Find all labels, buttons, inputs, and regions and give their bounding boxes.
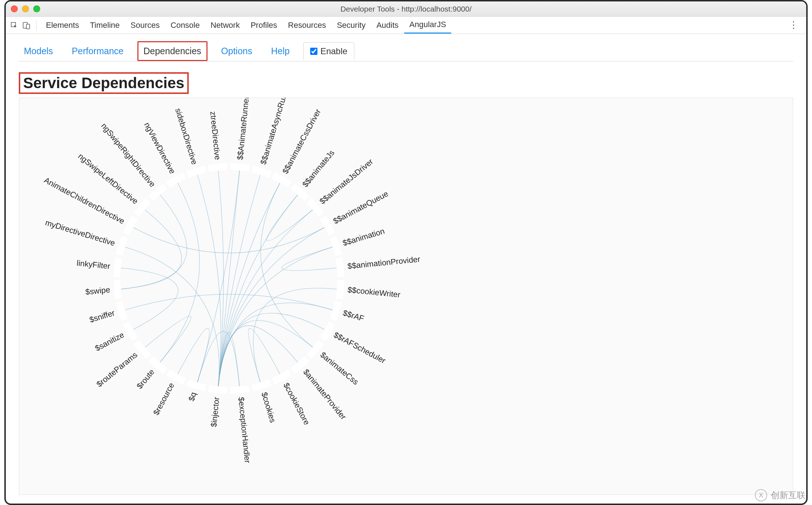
devtools-toolbar: ElementsTimelineSourcesConsoleNetworkPro… — [6, 17, 806, 34]
node-label: $$rAFScheduler — [332, 330, 387, 365]
devtools-window: Developer Tools - http://localhost:9000/… — [4, 0, 808, 505]
main-tab-sources[interactable]: Sources — [125, 17, 165, 34]
main-tab-resources[interactable]: Resources — [283, 17, 331, 34]
node-label: $cookies — [260, 391, 277, 424]
node-label: $$animateJs — [300, 148, 336, 189]
page-heading-wrap: Service Dependencies — [19, 72, 793, 94]
main-tab-timeline[interactable]: Timeline — [85, 17, 125, 34]
sub-tab-models[interactable]: Models — [19, 42, 58, 60]
node-label: $routeParams — [95, 350, 139, 389]
toolbar-separator — [36, 20, 37, 30]
panel-content: ModelsPerformanceDependenciesOptionsHelp… — [6, 34, 806, 495]
node-label: $animateCss — [319, 350, 360, 387]
node-label: $q — [187, 391, 198, 402]
main-tab-audits[interactable]: Audits — [371, 17, 403, 34]
dependency-graph-panel: $$AnimateRunner$$animateAsyncRun$$animat… — [19, 98, 793, 495]
main-tab-elements[interactable]: Elements — [41, 17, 84, 34]
watermark: X 创新互联 — [755, 489, 805, 501]
main-tab-angularjs[interactable]: AngularJS — [404, 17, 451, 34]
inspect-element-icon[interactable] — [9, 20, 20, 31]
node-label: $sanitize — [94, 330, 125, 353]
page-heading: Service Dependencies — [19, 72, 189, 94]
svg-rect-1 — [26, 24, 30, 29]
main-tab-console[interactable]: Console — [166, 17, 205, 34]
node-label: $$animationProvider — [347, 255, 420, 271]
node-label: $sniffer — [88, 308, 116, 324]
more-options-icon[interactable]: ⋮ — [784, 20, 803, 31]
sub-tab-dependencies[interactable]: Dependencies — [137, 41, 208, 61]
node-label: $cookieStore — [282, 381, 312, 426]
watermark-text: 创新互联 — [771, 489, 805, 501]
sub-tab-performance[interactable]: Performance — [67, 42, 129, 60]
dependency-chord-diagram: $$AnimateRunner$$animateAsyncRun$$animat… — [19, 98, 771, 495]
node-label: $$animateAsyncRun — [258, 98, 289, 165]
node-label: ztreeDirective — [209, 111, 222, 160]
main-tab-security[interactable]: Security — [332, 17, 371, 34]
window-titlebar: Developer Tools - http://localhost:9000/ — [6, 1, 806, 17]
node-label: linkyFilter — [76, 258, 111, 271]
devtools-main-tabs: ElementsTimelineSourcesConsoleNetworkPro… — [41, 17, 451, 34]
node-label: $$cookieWriter — [347, 285, 401, 299]
watermark-logo-icon: X — [755, 489, 767, 501]
node-label: $$animateQueue — [332, 189, 390, 226]
node-label: $$animation — [342, 226, 386, 248]
enable-toggle[interactable]: Enable — [303, 42, 354, 60]
enable-label: Enable — [320, 46, 347, 56]
enable-checkbox[interactable] — [310, 48, 317, 55]
device-toolbar-icon[interactable] — [21, 20, 32, 31]
node-label: sideboxDirective — [174, 107, 199, 166]
node-label: $injector — [209, 397, 221, 427]
main-tab-network[interactable]: Network — [205, 17, 245, 34]
window-title: Developer Tools - http://localhost:9000/ — [6, 5, 806, 13]
node-label: myDirectiveDirective — [44, 218, 116, 247]
node-label: ngViewDirective — [142, 121, 177, 176]
node-label: $swipe — [85, 285, 111, 297]
node-label: $$rAF — [342, 308, 366, 323]
sub-tab-options[interactable]: Options — [216, 42, 257, 60]
sub-tab-help[interactable]: Help — [266, 42, 295, 60]
node-label: $resource — [151, 381, 176, 416]
node-label: $$AnimateRunner — [235, 98, 251, 160]
main-tab-profiles[interactable]: Profiles — [245, 17, 282, 34]
node-label: $exceptionHandler — [237, 397, 252, 463]
angularjs-sub-tabs: ModelsPerformanceDependenciesOptionsHelp… — [19, 41, 793, 61]
node-label: $route — [135, 367, 156, 390]
